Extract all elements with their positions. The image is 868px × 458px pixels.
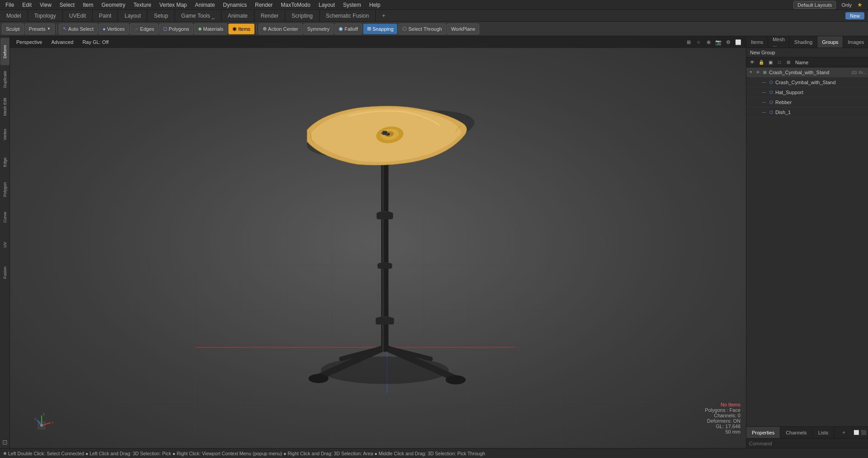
scene-tree[interactable]: ▼ 👁 ⊞ Crash_Cymbal_with_Stand (2) Gr... … bbox=[746, 67, 868, 426]
items-button[interactable]: ◉ Items bbox=[228, 24, 255, 34]
scene-eye-icon[interactable]: 👁 bbox=[748, 58, 756, 67]
menu-dynamics[interactable]: Dynamics bbox=[219, 1, 250, 9]
tab-schematic[interactable]: Schematic Fusion bbox=[320, 10, 376, 21]
viewport-ray-gl-toggle[interactable]: Ray GL: Off bbox=[80, 38, 111, 46]
tree-item-group[interactable]: ▼ 👁 ⊞ Crash_Cymbal_with_Stand (2) Gr... bbox=[746, 67, 868, 77]
menu-animate[interactable]: Animate bbox=[191, 1, 218, 9]
right-bottom-tab-properties[interactable]: Properties bbox=[746, 427, 780, 438]
menu-select[interactable]: Select bbox=[56, 1, 78, 9]
right-bottom-tab-channels[interactable]: Channels bbox=[780, 427, 812, 438]
edges-button[interactable]: ⟋ Edges bbox=[130, 24, 158, 34]
viewport-render-icon[interactable]: ○ bbox=[694, 38, 703, 46]
menu-file[interactable]: File bbox=[2, 1, 18, 9]
falloff-button[interactable]: ◉ Falloff bbox=[335, 24, 362, 34]
tree-expand-3 bbox=[755, 100, 760, 105]
new-button[interactable]: New bbox=[845, 12, 864, 19]
snapping-button[interactable]: ⊞ Snapping bbox=[363, 24, 398, 34]
tool-polygon[interactable]: Polygon bbox=[0, 176, 9, 203]
right-tab-shading[interactable]: Shading bbox=[790, 36, 817, 48]
menu-maxtomodo[interactable]: MaxToModo bbox=[277, 1, 314, 9]
scene-box-icon[interactable]: ⊞ bbox=[784, 58, 793, 67]
polygons-button[interactable]: ◻ Polygons bbox=[159, 24, 193, 34]
menu-render[interactable]: Render bbox=[251, 1, 276, 9]
tab-render[interactable]: Render bbox=[255, 10, 285, 21]
scene-render-icon[interactable]: □ bbox=[775, 58, 783, 67]
only-button[interactable]: Only bbox=[839, 1, 854, 9]
tree-badge-type-0: Gr... bbox=[859, 70, 866, 75]
tab-layout[interactable]: Layout bbox=[118, 10, 147, 21]
right-bottom-expand-icon[interactable]: ⬜ bbox=[854, 430, 859, 435]
right-tab-mesh[interactable]: Mesh ... bbox=[768, 36, 790, 48]
viewport-grid-icon[interactable]: ⊞ bbox=[684, 38, 693, 46]
scene-type-icon[interactable]: ▣ bbox=[766, 58, 774, 67]
tree-vis-icon-2: — bbox=[761, 89, 767, 95]
right-bottom-tab-add[interactable]: + bbox=[839, 427, 849, 438]
materials-button[interactable]: ◈ Materials bbox=[194, 24, 227, 34]
right-bottom-shrink-icon[interactable]: ⬛ bbox=[861, 430, 866, 435]
star-icon[interactable]: ★ bbox=[857, 1, 863, 8]
viewport-zoom-icon[interactable]: ⊕ bbox=[704, 38, 712, 46]
menu-geometry[interactable]: Geometry bbox=[98, 1, 129, 9]
tool-duplicate[interactable]: Duplicate bbox=[0, 66, 9, 93]
select-through-button[interactable]: ⬡ Select Through bbox=[398, 24, 446, 34]
tool-mesh-edit[interactable]: Mesh Edit bbox=[0, 93, 9, 120]
auto-select-button[interactable]: ↖ Auto Select bbox=[59, 24, 98, 34]
menu-item[interactable]: Item bbox=[79, 1, 97, 9]
viewport-settings-icon[interactable]: ⚙ bbox=[724, 38, 732, 46]
viewport-advanced-toggle[interactable]: Advanced bbox=[48, 38, 76, 46]
right-bottom-tab-lists[interactable]: Lists bbox=[813, 427, 835, 438]
tool-edge[interactable]: Edge bbox=[0, 148, 9, 176]
viewport-perspective-toggle[interactable]: Perspective bbox=[14, 38, 45, 46]
tool-deform[interactable]: Deform bbox=[0, 38, 9, 65]
tab-paint[interactable]: Paint bbox=[93, 10, 118, 21]
menu-layout[interactable]: Layout bbox=[315, 1, 339, 9]
menu-help[interactable]: Help bbox=[366, 1, 384, 9]
scene-lock-icon[interactable]: 🔒 bbox=[757, 58, 765, 67]
tool-vertex[interactable]: Vertex bbox=[0, 121, 9, 148]
menu-texture[interactable]: Texture bbox=[130, 1, 155, 9]
tab-topology[interactable]: Topology bbox=[28, 10, 63, 21]
svg-text:Y: Y bbox=[42, 412, 45, 416]
tool-curve[interactable]: Curve bbox=[0, 204, 9, 231]
right-tab-groups[interactable]: Groups bbox=[817, 36, 843, 48]
tool-uv[interactable]: UV bbox=[0, 231, 9, 258]
menu-edit[interactable]: Edit bbox=[19, 1, 35, 9]
tree-item-cymbal[interactable]: — ⬡ Crash_Cymbal_with_Stand bbox=[746, 77, 868, 87]
items-icon: ◉ bbox=[232, 26, 237, 32]
viewport-icons: ⊞ ○ ⊕ 📷 ⚙ ⬜ bbox=[684, 38, 742, 46]
tab-uvedit[interactable]: UVEdit bbox=[63, 10, 93, 21]
tab-setup[interactable]: Setup bbox=[147, 10, 175, 21]
viewport-maximize-icon[interactable]: ⬜ bbox=[734, 38, 742, 46]
tree-vis-icon-3: — bbox=[761, 99, 767, 105]
viewport-camera-icon[interactable]: 📷 bbox=[714, 38, 722, 46]
menu-vertex-map[interactable]: Vertex Map bbox=[156, 1, 191, 9]
tab-add-button[interactable]: + bbox=[377, 10, 390, 21]
tool-fusion[interactable]: Fusion bbox=[0, 259, 9, 286]
vertices-button[interactable]: ● Vertices bbox=[99, 24, 129, 34]
tab-model[interactable]: Model bbox=[0, 10, 28, 21]
layouts-dropdown[interactable]: Default Layouts bbox=[793, 1, 836, 9]
right-tab-images[interactable]: Images bbox=[843, 36, 868, 48]
left-toolbar-expand[interactable]: ⊡ bbox=[1, 438, 9, 446]
menu-view[interactable]: View bbox=[36, 1, 55, 9]
tree-item-rebber[interactable]: — ⬡ Rebber bbox=[746, 97, 868, 107]
right-tab-items[interactable]: Items bbox=[746, 36, 768, 48]
tab-scripting[interactable]: Scripting bbox=[285, 10, 320, 21]
tree-vis-icon-0: 👁 bbox=[755, 69, 761, 76]
action-center-button[interactable]: ⊕ Action Center bbox=[259, 24, 302, 34]
tree-item-hat-support[interactable]: — ⬡ Hat_Support bbox=[746, 87, 868, 97]
presets-button[interactable]: Presets ▼ bbox=[25, 24, 55, 34]
viewport[interactable]: Perspective Advanced Ray GL: Off ⊞ ○ ⊕ 📷… bbox=[10, 36, 746, 448]
sculpt-button[interactable]: Sculpt bbox=[2, 24, 24, 34]
workplane-button[interactable]: WorkPlane bbox=[447, 24, 480, 34]
tree-item-dish[interactable]: — ⬡ Dish_1 bbox=[746, 107, 868, 117]
symmetry-button[interactable]: Symmetry bbox=[303, 24, 334, 34]
channels-info: Channels: 0 bbox=[705, 413, 741, 418]
menu-system[interactable]: System bbox=[340, 1, 365, 9]
main-area: Deform Duplicate Mesh Edit Vertex Edge P… bbox=[0, 36, 868, 448]
command-input[interactable] bbox=[746, 439, 868, 448]
tree-label-3: Rebber bbox=[775, 100, 866, 105]
tree-expand-icon[interactable]: ▼ bbox=[748, 70, 754, 75]
tab-game-tools[interactable]: Game Tools _ bbox=[175, 10, 222, 21]
tab-animate[interactable]: Animate bbox=[222, 10, 255, 21]
